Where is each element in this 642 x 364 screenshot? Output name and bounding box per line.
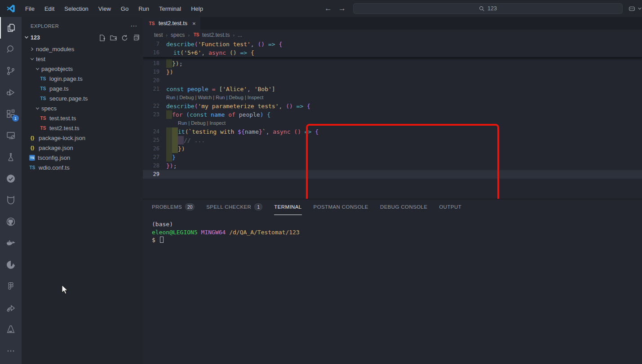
explorer-title: EXPLORER xyxy=(31,23,59,29)
menu-terminal[interactable]: Terminal xyxy=(155,4,185,14)
code-line-20[interactable]: 20 xyxy=(143,76,642,85)
menu-go[interactable]: Go xyxy=(117,4,133,14)
tree-item-login-page-ts[interactable]: TSlogin.page.ts xyxy=(22,74,143,83)
code-line-24[interactable]: 24it(`testing with ${name}`, async () =>… xyxy=(143,127,642,136)
code-line-27[interactable]: 27} xyxy=(143,153,642,162)
remote-explorer-icon[interactable] xyxy=(0,125,22,146)
tree-item-wdio-conf-ts[interactable]: TSwdio.conf.ts xyxy=(22,162,143,172)
code-token: { xyxy=(267,110,270,119)
nav-back-button[interactable]: ← xyxy=(324,4,332,13)
sticky-line-7[interactable]: 7describe('Function test', () => { xyxy=(143,40,642,48)
sticky-line-16[interactable]: 16 it('5+6', async () => { xyxy=(143,48,642,57)
close-tab-icon[interactable]: × xyxy=(192,20,196,27)
activity-bar: 1 xyxy=(0,17,22,364)
code-line-26[interactable]: 26}) xyxy=(143,145,642,153)
tree-item-pageobjects[interactable]: pageobjects xyxy=(22,64,143,74)
code-token: { xyxy=(251,48,254,57)
line-number: 20 xyxy=(143,76,166,85)
code-editor[interactable]: 7describe('Function test', () => {16 it(… xyxy=(143,40,642,199)
nav-forward-button[interactable]: → xyxy=(338,4,346,13)
typescript-file-icon: TS xyxy=(29,155,35,161)
wallaby-icon[interactable] xyxy=(0,254,22,276)
new-file-icon[interactable] xyxy=(99,35,106,41)
panel-tab-terminal[interactable]: TERMINAL xyxy=(274,199,301,215)
tree-item-test-test-ts[interactable]: TStest.test.ts xyxy=(22,113,143,123)
tree-item-test[interactable]: test xyxy=(22,54,143,64)
tree-item-package-lock-json[interactable]: {}package-lock.json xyxy=(22,133,143,143)
code-token: , xyxy=(279,102,286,110)
menu-edit[interactable]: Edit xyxy=(40,4,58,14)
tree-item-page-ts[interactable]: TSpage.ts xyxy=(22,83,143,93)
explorer-icon[interactable] xyxy=(0,17,22,39)
explorer-more-button[interactable]: ⋯ xyxy=(130,22,137,30)
code-token: => xyxy=(237,48,251,57)
more-icon[interactable] xyxy=(0,340,22,362)
code-token: ( xyxy=(180,48,184,57)
tree-item-package-json[interactable]: {}package.json xyxy=(22,143,143,153)
command-search-input[interactable]: 123 xyxy=(353,3,623,14)
refresh-icon[interactable] xyxy=(121,35,128,41)
docker-icon[interactable] xyxy=(0,232,22,254)
codelens-actions[interactable]: Run | Debug | Inspect xyxy=(178,119,226,127)
tree-item-tsconfig-json[interactable]: TStsconfig.json xyxy=(22,153,143,162)
tree-item-specs[interactable]: specs xyxy=(22,103,143,113)
breadcrumb-item[interactable]: test2.test.ts xyxy=(202,32,230,38)
source-control-icon[interactable] xyxy=(0,60,22,82)
azure-icon[interactable] xyxy=(0,319,22,340)
typescript-file-icon: TS xyxy=(40,126,47,131)
tab-test2-test-ts[interactable]: TS test2.test.ts × xyxy=(143,17,200,30)
panel-tab-debug-console[interactable]: DEBUG CONSOLE xyxy=(380,199,428,215)
workspace-root-row[interactable]: 123 xyxy=(22,32,143,43)
code-line-19[interactable]: 19}) xyxy=(143,68,642,76)
menu-file[interactable]: File xyxy=(21,4,39,14)
breadcrumb-item[interactable]: test xyxy=(154,32,163,38)
bottom-panel: PROBLEMS20SPELL CHECKER1TERMINALPOSTMAN … xyxy=(143,199,642,364)
code-line-29[interactable]: 29 xyxy=(143,170,642,179)
panel-tab-bar: PROBLEMS20SPELL CHECKER1TERMINALPOSTMAN … xyxy=(152,199,642,215)
breadcrumb-item[interactable]: ... xyxy=(238,32,242,38)
collapse-all-icon[interactable] xyxy=(133,35,139,41)
figma-icon[interactable] xyxy=(0,276,22,297)
menu-run[interactable]: Run xyxy=(134,4,153,14)
tree-item-node-modules[interactable]: node_modules xyxy=(22,44,143,54)
code-line-22[interactable]: 22describe('my parameterize tests', () =… xyxy=(143,102,642,110)
panel-tab-spell-checker[interactable]: SPELL CHECKER1 xyxy=(206,199,262,215)
menu-view[interactable]: View xyxy=(94,4,115,14)
code-token xyxy=(166,48,173,57)
search-icon[interactable] xyxy=(0,39,22,60)
line-number: 16 xyxy=(143,48,166,57)
gitlens-icon[interactable] xyxy=(0,189,22,211)
panel-tab-output[interactable]: OUTPUT xyxy=(439,199,461,215)
run-debug-icon[interactable] xyxy=(0,82,22,103)
testing-icon[interactable] xyxy=(0,146,22,168)
tree-item-test2-test-ts[interactable]: TStest2.test.ts xyxy=(22,123,143,133)
code-line-28[interactable]: 28}); xyxy=(143,162,642,170)
terminal-output[interactable]: (base)eleon@LEGION5 MINGW64 /d/QA_A/Test… xyxy=(152,220,642,244)
code-token: { xyxy=(279,40,282,48)
share-icon[interactable] xyxy=(0,297,22,319)
code-token: name xyxy=(207,110,228,119)
new-folder-icon[interactable] xyxy=(110,35,117,41)
github-icon[interactable] xyxy=(0,211,22,232)
code-line-21[interactable]: 21const people = ['Alice', 'Bob'] xyxy=(143,85,642,93)
menu-selection[interactable]: Selection xyxy=(60,4,92,14)
typescript-file-icon: TS xyxy=(29,165,36,170)
tree-item-secure-page-ts[interactable]: TSsecure.page.ts xyxy=(22,93,143,103)
panel-tab-postman-console[interactable]: POSTMAN CONSOLE xyxy=(314,199,368,215)
code-token: 'Alice' xyxy=(222,85,247,93)
tree-item-label: test xyxy=(36,56,45,62)
code-line-18[interactable]: 18}); xyxy=(143,59,642,68)
panel-tab-problems[interactable]: PROBLEMS20 xyxy=(152,199,195,215)
code-token: }) xyxy=(166,162,173,170)
sticky-scroll: 7describe('Function test', () => {16 it(… xyxy=(143,40,642,57)
code-line-25[interactable]: 25// ... xyxy=(143,136,642,145)
extensions-icon[interactable]: 1 xyxy=(0,103,22,125)
menu-help[interactable]: Help xyxy=(187,4,207,14)
copilot-menu-button[interactable] xyxy=(628,5,642,13)
vscode-logo-icon xyxy=(6,4,16,13)
check-icon[interactable] xyxy=(0,168,22,189)
codelens-actions[interactable]: Run | Debug | Watch | Run | Debug | Insp… xyxy=(166,93,263,102)
line-number: 27 xyxy=(143,153,166,162)
breadcrumb-item[interactable]: specs xyxy=(171,32,185,38)
code-line-23[interactable]: 23for (const name of people) { xyxy=(143,110,642,119)
